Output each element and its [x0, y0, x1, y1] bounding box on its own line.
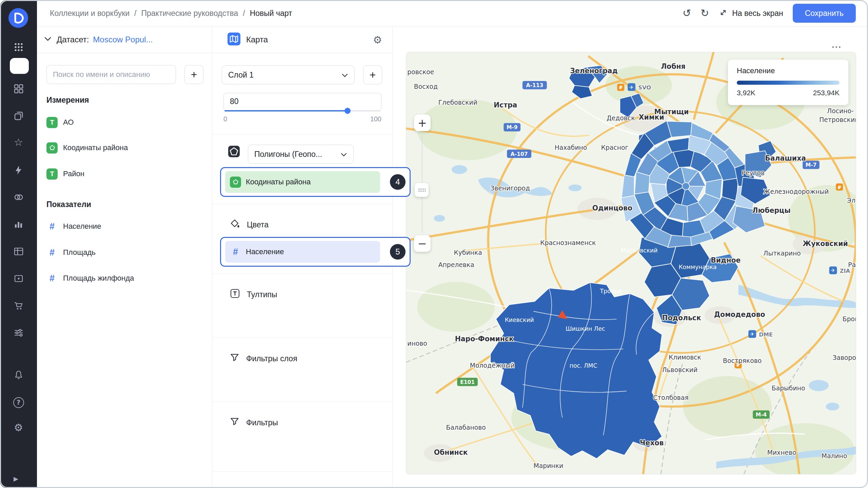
layer-select-value: Слой 1: [228, 70, 254, 80]
map-legend: Население 3,92K 253,94K: [728, 60, 848, 105]
marketplace-icon[interactable]: [0, 299, 37, 311]
polygon-field-chip[interactable]: Коодинаты района: [225, 171, 380, 193]
map-label: Столбовая: [653, 394, 688, 401]
svg-text:Е101: Е101: [460, 379, 475, 385]
opacity-slider[interactable]: 80: [223, 93, 381, 111]
paint-bucket-icon: [230, 219, 240, 231]
save-button[interactable]: Сохранить: [793, 4, 856, 23]
add-field-button[interactable]: +: [184, 65, 203, 84]
map-more-menu-icon[interactable]: ⋯: [831, 41, 842, 53]
workbooks-icon[interactable]: [0, 109, 37, 121]
measure-label: Площадь: [63, 248, 96, 257]
measure-label: Население: [63, 222, 101, 231]
tables-icon[interactable]: [0, 245, 37, 257]
settings-gear-icon[interactable]: ⚙: [0, 422, 37, 433]
svg-text:✈: ✈: [750, 331, 754, 337]
services-icon[interactable]: [0, 326, 37, 338]
breadcrumb: Коллекции и воркбуки / Практические руко…: [50, 9, 292, 18]
map-label: Красног: [601, 144, 629, 151]
measure-item[interactable]: # Площадь: [46, 246, 96, 259]
layer-select[interactable]: Слой 1: [222, 65, 355, 84]
chart-type-title: Карта: [246, 35, 268, 44]
funnel-icon: [230, 417, 239, 428]
layer-filters-label: Фильтры слоя: [246, 354, 297, 363]
polygon-layer-icon[interactable]: [227, 145, 241, 160]
breadcrumb-current: Новый чарт: [250, 9, 292, 18]
add-layer-button[interactable]: +: [363, 65, 382, 84]
map-label: Шишкин Лес: [566, 325, 605, 332]
map-label: Элек: [847, 197, 856, 204]
filters-label: Фильтры: [246, 418, 278, 427]
colors-section-header[interactable]: Цвета: [230, 218, 269, 231]
svg-text:✈: ✈: [629, 84, 633, 90]
map-label: Подольск: [662, 314, 701, 322]
left-nav-rail: ☆: [0, 0, 37, 488]
geotype-select[interactable]: Полигоны (Геопо...: [248, 145, 354, 164]
district-polygon[interactable]: [667, 121, 692, 137]
opacity-value: 80: [230, 97, 239, 106]
map-canvas[interactable]: А-113М-9А-107Е101М-4М-7 ✈SVO✈DME✈ZIA ₽₽₽…: [406, 52, 856, 474]
color-field-chip[interactable]: # Население: [225, 241, 380, 263]
collapse-panel-icon[interactable]: ▶: [0, 473, 37, 485]
district-polygon[interactable]: [668, 235, 691, 247]
map-label: Обнинск: [434, 448, 468, 456]
zoom-out-button[interactable]: −: [414, 235, 431, 252]
map-label: ровское: [407, 68, 434, 76]
relations-icon[interactable]: [0, 191, 37, 202]
charts-icon[interactable]: [0, 218, 37, 229]
breadcrumb-item[interactable]: Коллекции и воркбуки: [50, 9, 130, 18]
zoom-drag-handle[interactable]: [415, 183, 429, 197]
storage-icon[interactable]: [0, 272, 37, 284]
field-search-input[interactable]: [46, 65, 176, 84]
geotype-select-value: Полигоны (Геопо...: [254, 150, 322, 159]
measure-item[interactable]: # Население: [46, 220, 101, 232]
fullscreen-button[interactable]: На весь экран: [718, 8, 783, 19]
dimension-item[interactable]: T Район: [46, 168, 84, 180]
dataset-name-link[interactable]: Moscow Popul...: [93, 35, 153, 44]
favorites-icon[interactable]: ☆: [0, 137, 37, 148]
help-icon[interactable]: ?: [0, 395, 37, 407]
polygon-field-highlight: Коодинаты района 4: [220, 167, 411, 197]
geopolygon-type-icon: [230, 177, 241, 188]
chevron-down-icon: [340, 150, 347, 159]
breadcrumb-separator: /: [134, 9, 136, 18]
slider-track[interactable]: [224, 110, 380, 111]
slider-knob[interactable]: [344, 108, 351, 114]
map-label: Домодедово: [714, 310, 765, 319]
fullscreen-label: На весь экран: [732, 9, 783, 18]
legend-min-value: 3,92K: [737, 89, 755, 97]
datalens-logo-icon[interactable]: [8, 7, 29, 28]
map-view[interactable]: А-113М-9А-107Е101М-4М-7 ✈SVO✈DME✈ZIA ₽₽₽…: [406, 52, 856, 474]
dimension-item[interactable]: T АО: [46, 116, 74, 128]
map-label: иново: [407, 340, 427, 347]
measure-item[interactable]: # Площадь жилфонда: [46, 272, 134, 284]
breadcrumb-item[interactable]: Практические руководства: [141, 9, 238, 18]
quick-actions-icon[interactable]: [0, 164, 37, 175]
tooltips-section-header[interactable]: Тултипы: [230, 288, 277, 301]
top-header: Коллекции и воркбуки / Практические руко…: [37, 0, 868, 27]
map-label: Звенигород: [490, 185, 530, 192]
map-label: Жуковский: [803, 240, 848, 248]
apps-grid-icon[interactable]: [0, 41, 37, 52]
opacity-min-label: 0: [223, 115, 227, 123]
dimension-item[interactable]: Коодинаты района: [46, 142, 128, 154]
map-label: Глебовский: [438, 99, 477, 106]
svg-text:₽: ₽: [619, 84, 623, 90]
notifications-icon[interactable]: [0, 368, 37, 380]
map-label: Люберцы: [752, 206, 791, 215]
map-label: Лосино-: [827, 107, 854, 115]
dataset-header[interactable]: Датасет: Moscow Popul...: [37, 26, 212, 53]
dashboards-icon[interactable]: [0, 82, 37, 94]
text-type-icon: T: [46, 117, 58, 128]
zoom-in-button[interactable]: +: [414, 115, 431, 131]
map-chart-type-icon[interactable]: [227, 32, 241, 47]
filters-section-header[interactable]: Фильтры: [230, 416, 278, 429]
breadcrumb-separator: /: [243, 9, 245, 18]
layer-filters-section-header[interactable]: Фильтры слоя: [230, 352, 297, 365]
funnel-icon: [230, 353, 239, 364]
redo-icon[interactable]: ↻: [701, 8, 709, 18]
undo-icon[interactable]: ↺: [683, 8, 691, 18]
chart-settings-gear-icon[interactable]: ⚙: [373, 34, 382, 46]
dimension-label: АО: [63, 118, 74, 127]
dimension-label: Коодинаты района: [63, 143, 128, 152]
